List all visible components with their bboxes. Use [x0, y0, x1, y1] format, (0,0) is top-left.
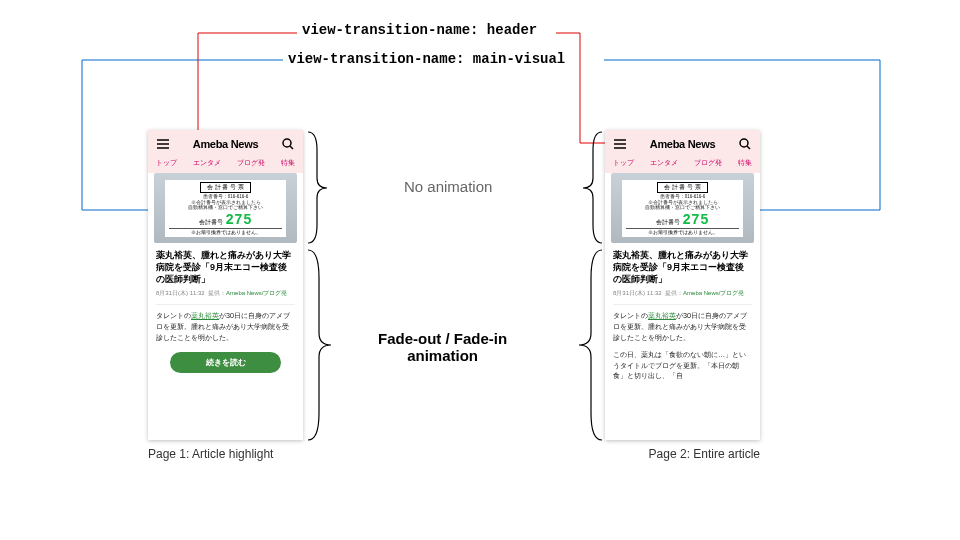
main-visual: 会 計 番 号 票 患者番号：016-616-6 ※会計番号が表示されましたら …: [611, 173, 754, 243]
tab-special[interactable]: 特集: [730, 158, 760, 168]
ticket-title: 会 計 番 号 票: [657, 182, 708, 193]
article-meta: 8月31日(木) 11:32 提供：Ameba News/ブログ発: [156, 289, 295, 298]
meta-source[interactable]: Ameba News/ブログ発: [683, 290, 744, 296]
tab-top[interactable]: トップ: [605, 158, 642, 168]
tab-top[interactable]: トップ: [148, 158, 185, 168]
tab-blog[interactable]: ブログ発: [686, 158, 730, 168]
mobile-page-1: Ameba News トップ エンタメ ブログ発 特集 会 計 番 号 票 患者…: [148, 130, 303, 440]
ticket-number: 275: [226, 211, 252, 227]
svg-point-12: [740, 139, 748, 147]
ticket-sub: 患者番号：016-616-6: [660, 194, 706, 199]
tab-entertainment[interactable]: エンタメ: [185, 158, 229, 168]
ticket-sub: 患者番号：016-616-6: [203, 194, 249, 199]
ticket-note: ※お薬引換券ではありません。: [626, 228, 740, 235]
ticket-number: 275: [683, 211, 709, 227]
brace-left-bottom: [575, 248, 605, 443]
annotation-fade: Fade-out / Fade-in animation: [378, 330, 507, 364]
svg-line-13: [747, 146, 750, 149]
ticket-label: 会計番号: [656, 218, 680, 227]
main-visual: 会 計 番 号 票 患者番号：016-616-6 ※会計番号が表示されましたら …: [154, 173, 297, 243]
svg-line-8: [290, 146, 293, 149]
connector-mainvisual: [0, 0, 960, 540]
caption-page2: Page 2: Entire article: [605, 447, 760, 461]
ticket-note: ※お薬引換券ではありません。: [169, 228, 283, 235]
headline: 薬丸裕英、腫れと痛みがあり大学病院を受診「9月末エコー検査後の医師判断」: [613, 249, 752, 285]
connector-header: [0, 0, 960, 540]
person-link[interactable]: 薬丸裕英: [648, 311, 676, 320]
meta-source[interactable]: Ameba News/ブログ発: [226, 290, 287, 296]
article-body: 薬丸裕英、腫れと痛みがあり大学病院を受診「9月末エコー検査後の医師判断」 8月3…: [148, 243, 303, 381]
mobile-page-2: Ameba News トップ エンタメ ブログ発 特集 会 計 番 号 票 患者…: [605, 130, 760, 440]
menu-icon[interactable]: [156, 137, 170, 151]
logo: Ameba News: [193, 138, 258, 150]
headline: 薬丸裕英、腫れと痛みがあり大学病院を受診「9月末エコー検査後の医師判断」: [156, 249, 295, 285]
menu-icon[interactable]: [613, 137, 627, 151]
person-link[interactable]: 薬丸裕英: [191, 311, 219, 320]
brace-right-top: [305, 130, 335, 245]
paragraph-1: タレントの薬丸裕英が30日に自身のアメブロを更新。腫れと痛みがあり大学病院を受診…: [156, 311, 295, 343]
svg-point-7: [283, 139, 291, 147]
tabs: トップ エンタメ ブログ発 特集: [605, 154, 760, 173]
paragraph-2: この日、薬丸は「食欲のない朝に…」というタイトルでブログを更新。「本日の朝食」と…: [613, 350, 752, 382]
mobile-header: Ameba News トップ エンタメ ブログ発 特集: [605, 130, 760, 173]
brace-left-top: [575, 130, 605, 245]
paragraph-1: タレントの薬丸裕英が30日に自身のアメブロを更新。腫れと痛みがあり大学病院を受診…: [613, 311, 752, 343]
brace-right-bottom: [305, 248, 335, 443]
annotation-no-animation: No animation: [404, 178, 492, 195]
tab-special[interactable]: 特集: [273, 158, 303, 168]
mobile-header: Ameba News トップ エンタメ ブログ発 特集: [148, 130, 303, 173]
tab-blog[interactable]: ブログ発: [229, 158, 273, 168]
logo: Ameba News: [650, 138, 715, 150]
tabs: トップ エンタメ ブログ発 特集: [148, 154, 303, 173]
article-body: 薬丸裕英、腫れと痛みがあり大学病院を受診「9月末エコー検査後の医師判断」 8月3…: [605, 243, 760, 390]
read-more-button[interactable]: 続きを読む: [170, 352, 281, 373]
search-icon[interactable]: [738, 137, 752, 151]
ticket-notice: ※会計番号が表示されましたら 自動精算機・窓口でご精算下さい: [188, 200, 263, 210]
ticket-notice: ※会計番号が表示されましたら 自動精算機・窓口でご精算下さい: [645, 200, 720, 210]
label-header-css: view-transition-name: header: [302, 22, 537, 38]
ticket-title: 会 計 番 号 票: [200, 182, 251, 193]
search-icon[interactable]: [281, 137, 295, 151]
ticket-label: 会計番号: [199, 218, 223, 227]
tab-entertainment[interactable]: エンタメ: [642, 158, 686, 168]
caption-page1: Page 1: Article highlight: [148, 447, 273, 461]
article-meta: 8月31日(木) 11:32 提供：Ameba News/ブログ発: [613, 289, 752, 298]
label-mainvisual-css: view-transition-name: main-visual: [288, 51, 565, 67]
